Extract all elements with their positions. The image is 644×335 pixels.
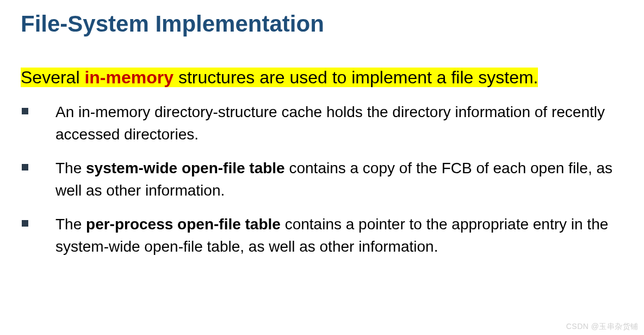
bullet-list: An in-memory directory-structure cache h… — [21, 101, 623, 258]
intro-line: Several in-memory structures are used to… — [21, 64, 623, 90]
bullet-text: system-wide open-file table — [86, 160, 285, 176]
bullet-item: The system-wide open-file table contains… — [21, 157, 623, 202]
intro-highlight: Several in-memory structures are used to… — [21, 68, 538, 87]
bullet-text: An in-memory directory-structure cache h… — [55, 103, 605, 143]
bullet-text: The — [55, 216, 86, 233]
intro-post: structures are used to implement a file … — [174, 68, 538, 87]
intro-pre: Several — [21, 68, 84, 87]
watermark: CSDN @玉串杂货铺 — [566, 322, 639, 332]
bullet-text: The — [55, 160, 86, 176]
bullet-item: The per-process open-file table contains… — [21, 214, 623, 258]
intro-keyword: in-memory — [84, 68, 174, 87]
slide-title: File-System Implementation — [21, 11, 623, 37]
bullet-text: per-process open-file table — [86, 216, 281, 233]
bullet-item: An in-memory directory-structure cache h… — [21, 101, 623, 145]
